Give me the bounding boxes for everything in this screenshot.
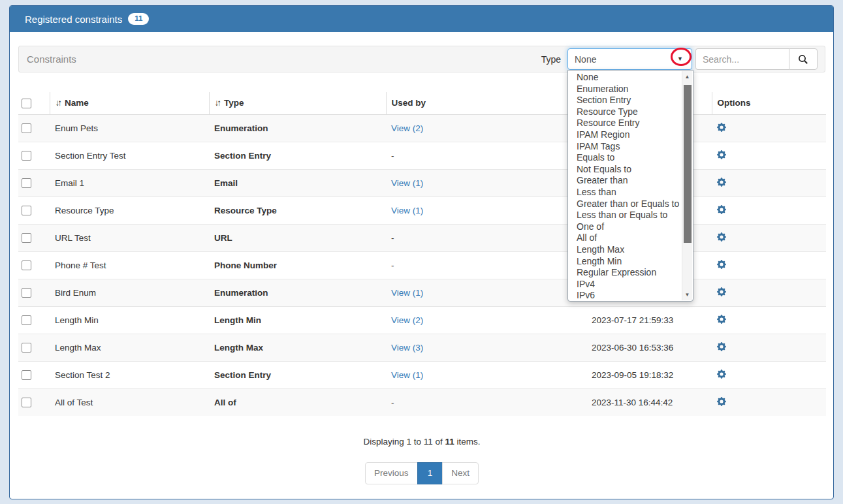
row-checkbox[interactable] (22, 233, 31, 243)
gear-icon[interactable] (717, 150, 726, 159)
search-icon (798, 54, 808, 65)
type-cell: Enumeration (209, 279, 386, 306)
type-filter-label: Type (541, 54, 561, 65)
column-header-used-by: Used by (386, 92, 586, 114)
dropdown-option[interactable]: IPAM Tags (568, 141, 682, 153)
dropdown-option[interactable]: Resource Type (568, 106, 682, 118)
row-checkbox[interactable] (22, 398, 31, 407)
dropdown-option[interactable]: Length Max (568, 244, 682, 256)
dropdown-option[interactable]: Not Equals to (568, 164, 682, 176)
name-cell: URL Test (50, 224, 209, 251)
dropdown-option[interactable]: Equals to (568, 152, 682, 164)
gear-icon[interactable] (717, 397, 726, 406)
column-header-type[interactable]: ↓↑Type (209, 92, 386, 114)
summary-suffix: items. (454, 437, 481, 447)
updated-cell: 2023-06-30 16:53:36 (586, 334, 712, 361)
used-by-cell: View (1) (386, 197, 586, 224)
gear-icon[interactable] (717, 287, 726, 296)
options-cell (712, 251, 826, 279)
view-link[interactable]: View (1) (391, 178, 423, 188)
gear-icon[interactable] (717, 260, 726, 269)
dropdown-option[interactable]: Regular Expression (568, 267, 682, 279)
view-link[interactable]: View (2) (391, 315, 423, 325)
updated-cell: 2023-11-30 16:44:42 (586, 388, 712, 416)
dropdown-option[interactable]: IPAM Region (568, 129, 682, 141)
row-checkbox[interactable] (22, 206, 31, 215)
view-link[interactable]: View (2) (391, 123, 423, 133)
gear-icon[interactable] (717, 232, 726, 242)
toolbar-title: Constraints (27, 54, 76, 65)
row-checkbox[interactable] (22, 178, 31, 188)
dropdown-option[interactable]: Greater than or Equals to (568, 198, 682, 210)
view-link[interactable]: View (3) (391, 343, 423, 353)
gear-icon[interactable] (717, 205, 726, 214)
type-cell: Phone Number (209, 251, 386, 279)
page-title: Registered constraints (25, 14, 122, 25)
dropdown-option[interactable]: IPv4 (568, 279, 682, 291)
options-cell (712, 114, 826, 142)
page: Registered constraints 11 Constraints Ty… (0, 0, 843, 504)
gear-icon[interactable] (717, 123, 726, 132)
next-page-button[interactable]: Next (442, 462, 479, 484)
type-cell: Length Min (209, 306, 386, 334)
name-cell: Section Test 2 (50, 361, 209, 388)
view-link[interactable]: View (1) (391, 370, 423, 380)
name-cell: Enum Pets (50, 114, 209, 142)
name-cell: Length Min (50, 306, 209, 334)
table-row: Bird EnumEnumerationView (1) (18, 279, 826, 306)
dropdown-option[interactable]: Section Entry (568, 95, 682, 106)
checkbox-cell (18, 251, 50, 279)
dropdown-option[interactable]: Enumeration (568, 84, 682, 95)
checkbox-cell (18, 388, 50, 416)
type-cell: Section Entry (209, 142, 386, 169)
count-badge: 11 (128, 13, 149, 25)
scroll-up-arrow-icon[interactable]: ▲ (682, 72, 692, 82)
scroll-down-arrow-icon[interactable]: ▼ (682, 290, 692, 300)
table-row: Section Test 2Section EntryView (1)2023-… (18, 361, 826, 388)
previous-page-button[interactable]: Previous (365, 462, 418, 484)
row-checkbox[interactable] (22, 315, 31, 325)
row-checkbox[interactable] (22, 370, 31, 380)
search-button[interactable] (789, 48, 818, 70)
checkbox-cell (18, 197, 50, 224)
dropdown-option[interactable]: Resource Entry (568, 118, 682, 129)
gear-icon[interactable] (717, 315, 726, 324)
gear-icon[interactable] (717, 178, 726, 187)
dropdown-option[interactable]: Greater than (568, 175, 682, 187)
type-cell: Email (209, 169, 386, 197)
column-header-options: Options (712, 92, 826, 114)
current-page-button[interactable]: 1 (417, 462, 443, 484)
checkbox-cell (18, 361, 50, 388)
dropdown-option[interactable]: All of (568, 232, 682, 244)
checkbox-cell (18, 142, 50, 169)
summary-prefix: Displaying 1 to 11 of (363, 437, 445, 447)
select-all-checkbox[interactable] (22, 99, 31, 108)
type-cell: Resource Type (209, 197, 386, 224)
dropdown-option[interactable]: Length Min (568, 256, 682, 268)
row-checkbox[interactable] (22, 343, 31, 353)
checkbox-cell (18, 114, 50, 142)
dropdown-option[interactable]: Less than or Equals to (568, 210, 682, 221)
row-checkbox[interactable] (22, 123, 31, 133)
dropdown-option[interactable]: IPv6 (568, 290, 682, 302)
dropdown-option[interactable]: None (568, 72, 682, 84)
view-link[interactable]: View (1) (391, 288, 423, 298)
search-input[interactable] (695, 48, 789, 70)
row-checkbox[interactable] (22, 151, 31, 161)
gear-icon[interactable] (717, 342, 726, 351)
name-cell: Resource Type (50, 197, 209, 224)
dropdown-option[interactable]: One of (568, 221, 682, 233)
chevron-down-icon: ▼ (677, 56, 683, 62)
column-header-name[interactable]: ↓↑Name (50, 92, 209, 114)
row-checkbox[interactable] (22, 260, 31, 270)
updated-cell: 2023-09-05 19:18:32 (586, 361, 712, 388)
row-checkbox[interactable] (22, 288, 31, 298)
type-select[interactable]: None ▼ (567, 48, 692, 70)
scrollbar-thumb[interactable] (684, 85, 692, 243)
view-link[interactable]: View (1) (391, 206, 423, 215)
gear-icon[interactable] (717, 370, 726, 379)
dropdown-option[interactable]: Less than (568, 187, 682, 198)
dropdown-scrollbar[interactable]: ▲ ▼ (682, 71, 692, 300)
table-row: URL TestURL- (18, 224, 826, 251)
options-cell (712, 279, 826, 306)
